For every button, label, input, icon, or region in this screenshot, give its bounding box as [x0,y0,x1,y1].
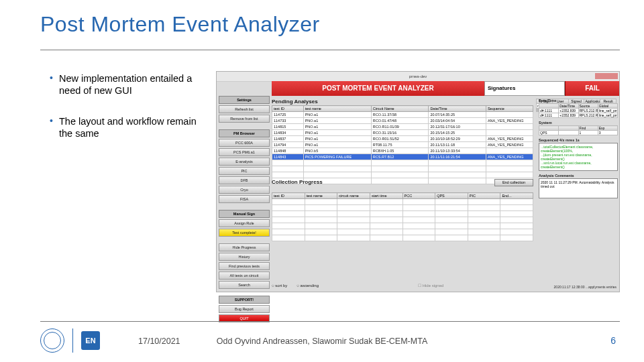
cryo-button[interactable]: Cryo [219,186,270,194]
app-banner: POST MORTEM EVENT ANALYZER Signatures FA… [272,81,619,96]
system-table: FindExp QPS13 [539,125,618,135]
sidebar-group-manualsign: Manual Sign [219,210,270,218]
radio-ascending[interactable]: ascending [297,284,319,288]
window-title: pmea-dev [409,74,427,78]
app-screenshot: pmea-dev POST MORTEM EVENT ANALYZER Sign… [216,71,620,292]
bullet-item: The layout and workflow remain the same [50,115,204,139]
right-column: Date/Time Date/TimeSourceGlobal d#:1111+… [539,99,618,198]
sequenced-box: ...totalCollectorElement classname, crea… [539,143,618,171]
slide-title: Post Mortem Event Analyzer [40,12,320,37]
footer-page-number: 6 [610,335,616,346]
footer-date: 17/10/2021 [138,337,180,346]
logo-separator [72,328,73,353]
sort-radios[interactable]: sort by ascending [272,284,319,288]
pending-analyses-panel: Pending Analyses test IDtest nameCircuit… [272,99,533,184]
banner-signatures: Signatures [484,81,565,96]
find-button[interactable]: Find previous tests [219,262,270,270]
dfb-button[interactable]: DFB [219,176,270,184]
pending-title: Pending Analyses [272,99,533,105]
alltests-button[interactable]: All tests on circuit [219,272,270,280]
datetime-title: Date/Time [539,99,618,103]
window-titlebar: pmea-dev [217,72,619,82]
pcs-button[interactable]: PCS PM6.a1 [219,148,270,156]
hide-progress-button[interactable]: Hide Progress [219,243,270,251]
pending-table[interactable]: test IDtest nameCircuit NameDate/TimeSeq… [272,105,533,184]
en-dept-logo: EN [81,331,100,350]
assign-button[interactable]: Assign Role [219,219,270,227]
sidebar-group-settings: Settings [219,96,270,104]
divider-bottom [40,321,620,322]
footer-author: Odd Oyvind Andreassen, Slawomir Sudak BE… [217,337,427,346]
remove-button[interactable]: Remove from list [219,115,270,123]
bug-button[interactable]: Bug Report [219,305,270,313]
cern-logo-icon [40,328,64,353]
statusbar: 2020:11:17 12:38:00 ...applyments entrie… [554,285,616,289]
test-complete-button[interactable]: Test complete! [219,229,270,237]
banner-title: POST MORTEM EVENT ANALYZER [272,81,484,96]
datetime-table: Date/TimeSourceGlobal d#:1111+2352.839RP… [539,103,618,118]
sidebar-group-support: SUPPORT! [219,296,270,304]
system-title: System [539,121,618,125]
collection-table[interactable]: test IDtest namecircuit namestart timePC… [272,192,533,241]
banner-status-fail: FAIL [565,81,619,96]
hide-signed-checkbox[interactable]: Hide signed [418,283,443,288]
radio-sortby[interactable]: sort by [272,284,287,288]
sidebar: Settings Refresh list Remove from list P… [219,96,270,322]
collection-panel: Collection Progress End collection test … [272,179,533,241]
sequenced-title: Sequenced 4/x mres 1s [539,138,618,142]
logo-area: EN [40,328,100,353]
sidebar-group-pmbrowser: PM Browser [219,129,270,137]
bullet-list: New implementation entailed a need of ne… [50,72,204,159]
search-button[interactable]: Search [219,281,270,289]
history-button[interactable]: History [219,253,270,261]
end-collection-button[interactable]: End collection [494,179,533,186]
fisa-button[interactable]: FISA [219,195,270,203]
analysis-box: 2020 11 11 11:27:29 PM. Automatability. … [539,178,618,198]
divider-top [40,50,620,50]
analysis-title: Analysis Comments [539,174,618,178]
pic-button[interactable]: PIC [219,167,270,175]
bullet-item: New implementation entailed a need of ne… [50,72,204,97]
pcc-button[interactable]: PCC 600A [219,139,270,147]
window-close-icon[interactable] [595,73,618,79]
earth-button[interactable]: E-analysis [219,158,270,166]
refresh-button[interactable]: Refresh list [219,105,270,113]
